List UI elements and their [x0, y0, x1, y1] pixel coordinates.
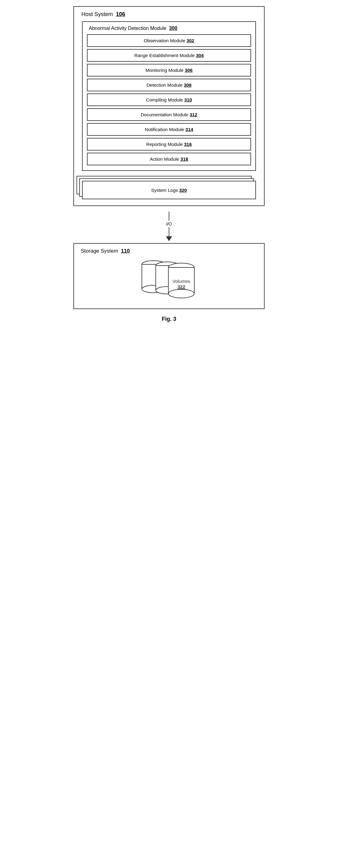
module-ref: 310: [184, 97, 192, 102]
module-ref: 306: [185, 67, 192, 73]
module-row-302: Observation Module 302: [87, 34, 251, 47]
storage-system-label: Storage System 110: [78, 248, 130, 254]
module-label: Range Establishment Module: [134, 53, 194, 58]
module-label: Compiling Module: [146, 97, 183, 102]
storage-system-ref: 110: [121, 248, 129, 254]
module-row-316: Reporting Module 316: [87, 138, 251, 151]
system-logs-wrapper: System Logs 320: [82, 176, 256, 200]
module-row-318: Action Module 318: [87, 153, 251, 165]
aadm-ref: 300: [169, 26, 177, 31]
module-ref: 316: [184, 142, 192, 147]
module-row-314: Notification Module 314: [87, 123, 251, 136]
host-system-text: Host System: [82, 11, 113, 17]
module-ref: 318: [180, 156, 188, 162]
module-label: Observation Module: [144, 38, 185, 43]
storage-system-box: Storage System 110 Volumes 322: [73, 243, 265, 309]
module-ref: 302: [187, 38, 194, 43]
module-row-304: Range Establishment Module 304: [87, 49, 251, 62]
host-system-label: Host System 106: [78, 11, 125, 18]
module-row-306: Monitoring Module 306: [87, 64, 251, 76]
arrow-line-bottom: [169, 227, 169, 236]
svg-point-8: [168, 289, 194, 298]
module-row-312: Documentation Module 312: [87, 108, 251, 121]
module-label: Notification Module: [145, 127, 184, 132]
io-label: I/O: [166, 221, 172, 226]
svg-text:322: 322: [177, 284, 185, 289]
module-label: Action Module: [150, 156, 179, 162]
svg-text:Volumes: Volumes: [173, 279, 190, 284]
module-row-308: Detection Module 308: [87, 79, 251, 91]
host-system-box: Host System 106 Abnormal Activity Detect…: [73, 6, 265, 206]
module-label: Monitoring Module: [146, 67, 184, 73]
module-ref: 304: [196, 53, 204, 58]
volumes-svg: Volumes 322: [135, 257, 203, 302]
volumes-visual: Volumes 322: [135, 259, 203, 302]
aadm-box: Abnormal Activity Detection Module 300 O…: [82, 21, 256, 171]
module-ref: 314: [185, 127, 193, 132]
arrow-line-top: [169, 212, 169, 221]
host-system-ref: 106: [116, 11, 125, 17]
module-label: Documentation Module: [141, 112, 188, 117]
aadm-label: Abnormal Activity Detection Module 300: [87, 26, 177, 31]
module-ref: 312: [190, 112, 197, 117]
module-row-310: Compiling Module 310: [87, 93, 251, 106]
system-logs-text: System Logs: [151, 188, 178, 193]
figure-caption: Fig. 3: [162, 316, 176, 322]
system-logs-ref: 320: [179, 188, 187, 193]
module-label: Reporting Module: [146, 142, 183, 147]
storage-system-text: Storage System: [81, 248, 118, 254]
arrow-head: [166, 236, 172, 241]
module-label: Detection Module: [147, 82, 183, 88]
io-connector: I/O: [166, 212, 172, 241]
system-logs-box: System Logs 320: [82, 181, 256, 199]
aadm-text: Abnormal Activity Detection Module: [89, 26, 166, 31]
module-ref: 308: [184, 82, 191, 88]
page-container: Host System 106 Abnormal Activity Detect…: [73, 6, 265, 322]
